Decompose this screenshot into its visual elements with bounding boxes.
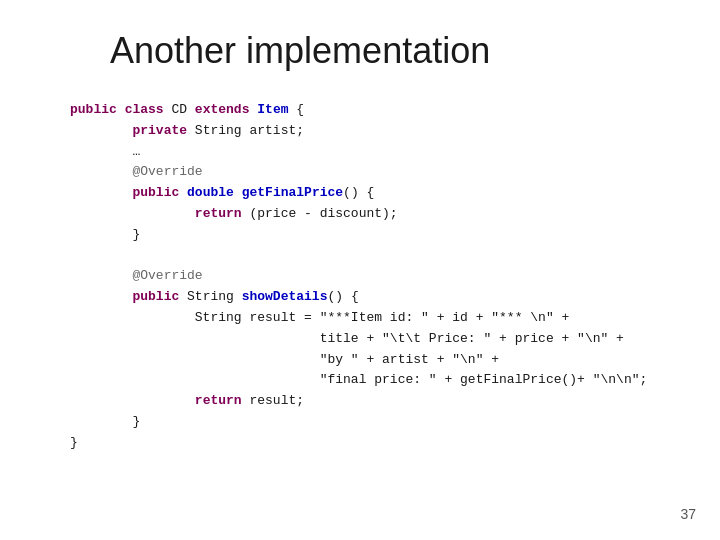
slide: Another implementation public class CD e… <box>0 0 720 540</box>
code-line-2: private String artist; <box>70 121 670 142</box>
code-line-5: public double getFinalPrice() { <box>70 183 670 204</box>
code-line-7: } <box>70 225 670 246</box>
code-line-3: … <box>70 142 670 163</box>
slide-number: 37 <box>680 506 696 522</box>
code-line-17: } <box>70 433 670 454</box>
code-line-10: public String showDetails() { <box>70 287 670 308</box>
code-line-11: String result = "***Item id: " + id + "*… <box>70 308 670 329</box>
code-line-9: @Override <box>70 266 670 287</box>
slide-title: Another implementation <box>110 30 670 72</box>
code-line-15: return result; <box>70 391 670 412</box>
code-line-4: @Override <box>70 162 670 183</box>
code-line-6: return (price - discount); <box>70 204 670 225</box>
code-line-8 <box>70 246 670 267</box>
code-block: public class CD extends Item { private S… <box>70 100 670 454</box>
code-line-14: "final price: " + getFinalPrice()+ "\n\n… <box>70 370 670 391</box>
code-line-16: } <box>70 412 670 433</box>
code-line-1: public class CD extends Item { <box>70 100 670 121</box>
code-line-12: title + "\t\t Price: " + price + "\n" + <box>70 329 670 350</box>
code-line-13: "by " + artist + "\n" + <box>70 350 670 371</box>
